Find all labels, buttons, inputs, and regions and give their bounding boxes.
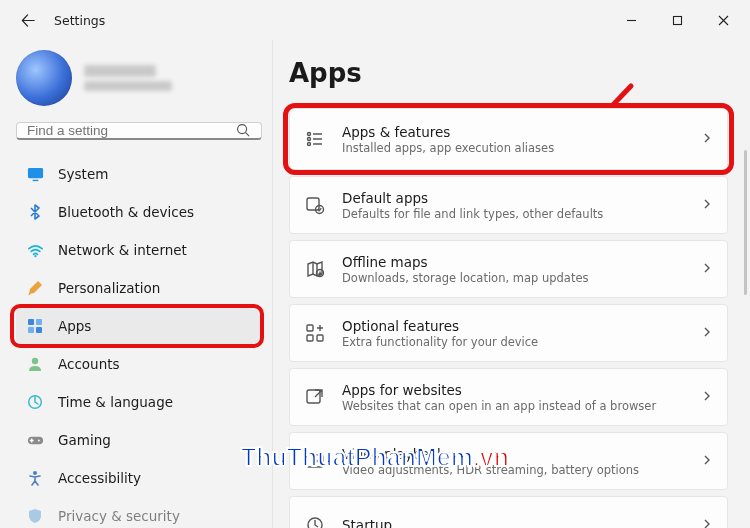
- card-video-playback[interactable]: Video playback Video adjustments, HDR st…: [289, 432, 728, 490]
- search-icon: [236, 123, 251, 138]
- svg-point-9: [32, 358, 38, 364]
- card-subtitle: Installed apps, app execution aliases: [342, 141, 685, 155]
- avatar: [16, 50, 72, 106]
- grid-plus-icon: [304, 323, 326, 343]
- sidebar-item-accessibility[interactable]: Accessibility: [16, 460, 262, 496]
- card-title: Optional features: [342, 318, 685, 334]
- svg-rect-2: [27, 167, 42, 177]
- svg-rect-7: [28, 327, 34, 333]
- card-startup[interactable]: Startup: [289, 496, 728, 528]
- sidebar-item-personalization[interactable]: Personalization: [16, 270, 262, 306]
- nav-label: Network & internet: [58, 242, 187, 258]
- profile-block[interactable]: [16, 50, 262, 106]
- sidebar-item-apps[interactable]: Apps: [16, 308, 262, 344]
- content-area: Apps Apps & features Installed apps, app…: [272, 40, 750, 528]
- shield-icon: [26, 507, 44, 525]
- svg-point-15: [308, 138, 311, 141]
- nav-label: Personalization: [58, 280, 160, 296]
- paintbrush-icon: [26, 279, 44, 297]
- svg-rect-22: [317, 335, 323, 341]
- card-apps-features[interactable]: Apps & features Installed apps, app exec…: [289, 108, 728, 170]
- svg-rect-6: [36, 319, 42, 325]
- window-title: Settings: [54, 13, 105, 28]
- sidebar: System Bluetooth & devices Network & int…: [0, 40, 272, 528]
- window-controls: [608, 4, 746, 36]
- chevron-right-icon: [701, 454, 713, 469]
- bluetooth-icon: [26, 203, 44, 221]
- card-title: Default apps: [342, 190, 685, 206]
- svg-rect-3: [32, 179, 38, 180]
- nav-label: Gaming: [58, 432, 111, 448]
- card-subtitle: Defaults for file and link types, other …: [342, 207, 685, 221]
- nav-list: System Bluetooth & devices Network & int…: [16, 156, 262, 528]
- card-title: Apps for websites: [342, 382, 685, 398]
- nav-label: System: [58, 166, 108, 182]
- card-offline-maps[interactable]: Offline maps Downloads, storage location…: [289, 240, 728, 298]
- nav-label: Accounts: [58, 356, 120, 372]
- map-icon: [304, 259, 326, 279]
- scrollbar-thumb[interactable]: [744, 150, 747, 295]
- svg-rect-17: [307, 198, 319, 210]
- close-button[interactable]: [700, 4, 746, 36]
- close-icon: [718, 15, 729, 26]
- apps-icon: [26, 317, 44, 335]
- card-title: Startup: [342, 517, 685, 528]
- accessibility-icon: [26, 469, 44, 487]
- svg-point-14: [308, 133, 311, 136]
- svg-rect-8: [36, 327, 42, 333]
- card-apps-websites[interactable]: Apps for websites Websites that can open…: [289, 368, 728, 426]
- card-subtitle: Downloads, storage location, map updates: [342, 271, 685, 285]
- svg-point-16: [308, 143, 311, 146]
- page-title: Apps: [289, 58, 728, 88]
- clock-globe-icon: [26, 393, 44, 411]
- gamepad-icon: [26, 431, 44, 449]
- search-input[interactable]: [27, 123, 236, 138]
- profile-email-redacted: [84, 81, 172, 91]
- svg-point-13: [33, 471, 37, 475]
- svg-point-1: [238, 125, 247, 134]
- card-subtitle: Websites that can open in an app instead…: [342, 399, 685, 413]
- svg-rect-5: [28, 319, 34, 325]
- chevron-right-icon: [701, 198, 713, 213]
- nav-label: Accessibility: [58, 470, 141, 486]
- sidebar-item-time[interactable]: Time & language: [16, 384, 262, 420]
- svg-rect-20: [307, 325, 313, 331]
- nav-label: Privacy & security: [58, 508, 180, 524]
- search-box[interactable]: [16, 122, 262, 140]
- chevron-right-icon: [701, 390, 713, 405]
- wifi-icon: [26, 241, 44, 259]
- chevron-right-icon: [701, 518, 713, 529]
- arrow-left-icon: [21, 13, 36, 28]
- sidebar-item-network[interactable]: Network & internet: [16, 232, 262, 268]
- maximize-icon: [672, 15, 683, 26]
- chevron-right-icon: [701, 132, 713, 147]
- card-title: Offline maps: [342, 254, 685, 270]
- chevron-right-icon: [701, 262, 713, 277]
- monitor-icon: [26, 165, 44, 183]
- sidebar-item-bluetooth[interactable]: Bluetooth & devices: [16, 194, 262, 230]
- video-icon: [304, 451, 326, 471]
- profile-text: [84, 65, 172, 91]
- card-subtitle: Video adjustments, HDR streaming, batter…: [342, 463, 685, 477]
- card-default-apps[interactable]: Default apps Defaults for file and link …: [289, 176, 728, 234]
- startup-icon: [304, 515, 326, 528]
- back-button[interactable]: [14, 6, 42, 34]
- person-icon: [26, 355, 44, 373]
- svg-point-4: [34, 255, 36, 257]
- minimize-button[interactable]: [608, 4, 654, 36]
- titlebar: Settings: [0, 0, 750, 40]
- sidebar-item-system[interactable]: System: [16, 156, 262, 192]
- default-apps-icon: [304, 195, 326, 215]
- card-optional-features[interactable]: Optional features Extra functionality fo…: [289, 304, 728, 362]
- list-icon: [304, 129, 326, 149]
- cards-list: Apps & features Installed apps, app exec…: [289, 108, 728, 528]
- app-link-icon: [304, 387, 326, 407]
- minimize-icon: [626, 15, 637, 26]
- sidebar-item-privacy[interactable]: Privacy & security: [16, 498, 262, 528]
- maximize-button[interactable]: [654, 4, 700, 36]
- svg-rect-23: [307, 390, 320, 403]
- sidebar-item-gaming[interactable]: Gaming: [16, 422, 262, 458]
- profile-name-redacted: [84, 65, 156, 77]
- card-subtitle: Extra functionality for your device: [342, 335, 685, 349]
- sidebar-item-accounts[interactable]: Accounts: [16, 346, 262, 382]
